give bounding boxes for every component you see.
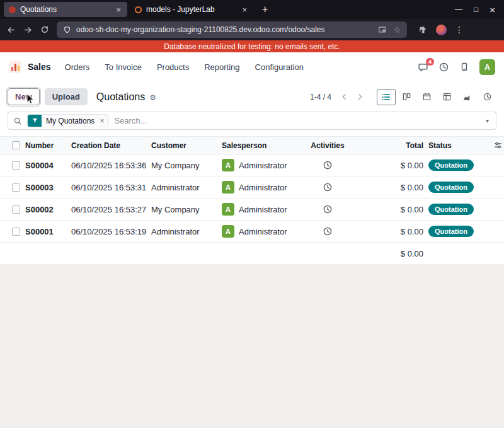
- activity-clock-icon[interactable]: [302, 226, 353, 236]
- cell-salesperson: A Administrator: [222, 225, 302, 238]
- menu-orders[interactable]: Orders: [65, 62, 90, 72]
- cell-salesperson: A Administrator: [222, 159, 302, 171]
- view-kanban-button[interactable]: [397, 89, 416, 105]
- cell-creation-date: 06/10/2025 16:53:31: [71, 183, 151, 192]
- view-calendar-button[interactable]: [417, 89, 436, 105]
- close-window-button[interactable]: ×: [490, 4, 495, 15]
- menu-reporting[interactable]: Reporting: [204, 62, 239, 72]
- view-switcher: [377, 89, 496, 105]
- control-panel: New Upload Quotations ⚙ 1-4 / 4: [0, 81, 504, 110]
- row-checkbox[interactable]: [12, 183, 20, 192]
- maximize-button[interactable]: □: [474, 5, 478, 14]
- list-header: Number Creation Date Customer Salesperso…: [0, 136, 504, 154]
- sales-app-icon[interactable]: [9, 61, 21, 73]
- facet-remove-icon[interactable]: ×: [99, 115, 108, 127]
- activity-clock-icon[interactable]: [302, 204, 353, 214]
- menu-products[interactable]: Products: [157, 62, 189, 72]
- cell-total: $ 0.00: [353, 205, 423, 214]
- minimize-button[interactable]: —: [455, 5, 462, 14]
- status-badge: Quotation: [428, 204, 474, 215]
- jupyter-favicon-icon: [135, 6, 142, 13]
- header-total[interactable]: Total: [353, 141, 423, 150]
- forward-icon[interactable]: [23, 25, 33, 35]
- browser-tab-quotations[interactable]: Quotations ×: [4, 2, 127, 17]
- footer-total: $ 0.00: [353, 249, 423, 258]
- view-activity-button[interactable]: [478, 89, 496, 105]
- cell-customer: Administrator: [151, 227, 222, 236]
- search-bar[interactable]: My Quotations × ▾: [8, 112, 496, 130]
- cell-number: S00002: [25, 205, 71, 214]
- new-tab-button[interactable]: +: [256, 4, 274, 15]
- mobile-icon[interactable]: [459, 62, 469, 72]
- table-row[interactable]: S00003 06/10/2025 16:53:31 Administrator…: [0, 176, 504, 199]
- table-row[interactable]: S00004 06/10/2025 16:53:36 My Company A …: [0, 154, 504, 176]
- messages-icon[interactable]: 4: [418, 62, 428, 72]
- cell-total: $ 0.00: [353, 183, 423, 192]
- upload-button[interactable]: Upload: [45, 88, 88, 105]
- screen: Quotations × models - JupyterLab × + — □…: [0, 0, 504, 428]
- close-tab-icon[interactable]: ×: [241, 5, 248, 14]
- select-all-checkbox[interactable]: [12, 141, 20, 149]
- search-dropdown-caret-icon[interactable]: ▾: [484, 117, 491, 124]
- status-badge: Quotation: [428, 226, 474, 237]
- menu-to-invoice[interactable]: To Invoice: [105, 62, 142, 72]
- header-customer[interactable]: Customer: [151, 141, 222, 150]
- tab-title: models - JupyterLab: [146, 5, 236, 14]
- messages-count-badge: 4: [426, 58, 434, 66]
- view-graph-button[interactable]: [457, 89, 476, 105]
- facet-label: My Quotations: [42, 115, 99, 127]
- header-activities[interactable]: Activities: [302, 141, 353, 150]
- activity-clock-icon[interactable]: [302, 182, 353, 192]
- toolbar-right: ⋮: [418, 25, 464, 35]
- activities-clock-icon[interactable]: [438, 62, 449, 72]
- search-facet-my-quotations[interactable]: My Quotations ×: [27, 114, 109, 127]
- browser-menu-icon[interactable]: ⋮: [455, 25, 464, 35]
- menu-configuration[interactable]: Configuration: [255, 62, 304, 72]
- url-bar[interactable]: odoo-sh-doc-my-organization-staging-2110…: [57, 21, 407, 38]
- browser-toolbar: odoo-sh-doc-my-organization-staging-2110…: [0, 19, 504, 40]
- tab-title: Quotations: [20, 5, 110, 14]
- header-status[interactable]: Status: [423, 141, 491, 150]
- view-gear-icon[interactable]: ⚙: [149, 93, 156, 102]
- pager-next-icon[interactable]: [352, 92, 368, 101]
- table-row[interactable]: S00002 06/10/2025 16:53:27 My Company A …: [0, 199, 504, 221]
- search-input[interactable]: [114, 116, 479, 125]
- browser-tab-jupyterlab[interactable]: models - JupyterLab ×: [130, 2, 253, 17]
- row-checkbox[interactable]: [12, 161, 20, 170]
- url-text: odoo-sh-doc-my-organization-staging-2110…: [76, 25, 324, 34]
- close-tab-icon[interactable]: ×: [115, 5, 122, 14]
- table-row[interactable]: S00001 06/10/2025 16:53:19 Administrator…: [0, 221, 504, 243]
- cell-creation-date: 06/10/2025 16:53:19: [71, 227, 151, 236]
- systray: 4 A: [418, 59, 495, 75]
- new-button[interactable]: New: [8, 88, 40, 105]
- profile-avatar[interactable]: [436, 25, 447, 35]
- view-list-button[interactable]: [377, 89, 396, 105]
- header-creation-date[interactable]: Creation Date: [71, 141, 151, 150]
- page-background: [0, 264, 504, 428]
- header-number[interactable]: Number: [25, 141, 71, 150]
- cell-customer: Administrator: [151, 183, 222, 192]
- header-salesperson[interactable]: Salesperson: [222, 141, 302, 150]
- status-badge: Quotation: [428, 159, 474, 171]
- neutralized-banner: Database neutralized for testing: no ema…: [0, 40, 504, 52]
- extensions-puzzle-icon[interactable]: [418, 25, 428, 35]
- urlbar-actions: ☆: [378, 25, 401, 35]
- pager-previous-icon[interactable]: [336, 92, 352, 101]
- salesperson-name: Administrator: [239, 161, 287, 170]
- user-avatar[interactable]: A: [479, 59, 495, 75]
- bookmark-star-icon[interactable]: ☆: [393, 25, 401, 35]
- pip-icon[interactable]: [378, 25, 387, 34]
- view-pivot-button[interactable]: [437, 89, 456, 105]
- app-name[interactable]: Sales: [28, 62, 51, 72]
- shield-icon[interactable]: [63, 26, 71, 34]
- salesperson-name: Administrator: [239, 205, 287, 214]
- cell-number: S00003: [25, 183, 71, 192]
- row-checkbox[interactable]: [12, 228, 20, 236]
- back-icon[interactable]: [6, 25, 16, 35]
- activity-clock-icon[interactable]: [302, 160, 353, 170]
- optional-columns-icon[interactable]: [491, 141, 504, 150]
- reload-icon[interactable]: [40, 25, 49, 34]
- salesperson-avatar: A: [222, 181, 234, 194]
- row-checkbox[interactable]: [12, 205, 20, 214]
- filter-funnel-icon: [28, 115, 42, 127]
